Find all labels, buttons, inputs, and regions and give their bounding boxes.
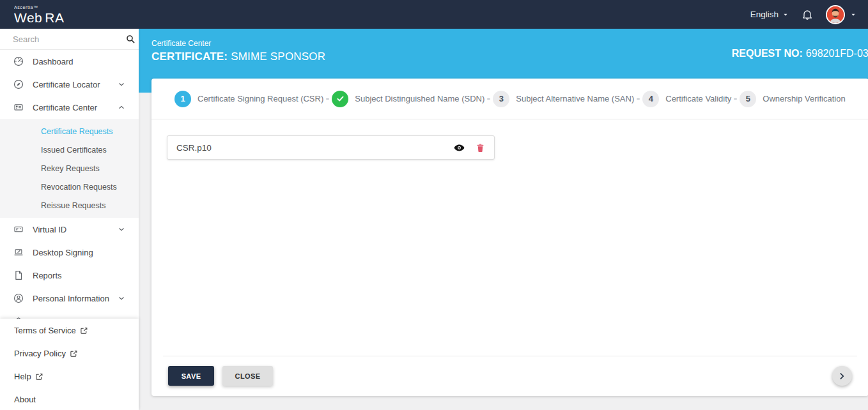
sidebar: Dashboard Certificate Locator Certificat… — [0, 29, 139, 410]
save-button[interactable]: SAVE — [168, 366, 214, 386]
sidebar-item-label: Certificate Center — [33, 103, 97, 112]
person-circle-icon — [13, 292, 24, 304]
step-5-number: 5 — [740, 91, 756, 107]
notifications-bell-icon[interactable] — [801, 8, 814, 21]
view-file-eye-icon[interactable] — [453, 142, 465, 154]
chevron-down-icon — [850, 11, 856, 18]
sidebar-item-desktop-signing[interactable]: Desktop Signing — [0, 241, 139, 264]
topbar: Ascertia™ WebRA English — [0, 0, 868, 29]
search-icon[interactable] — [125, 34, 136, 44]
step-4-number: 4 — [642, 91, 659, 107]
submenu-item-issued-certificates[interactable]: Issued Certificates — [0, 140, 139, 159]
link-privacy-policy[interactable]: Privacy Policy — [0, 342, 139, 365]
page-title-value: SMIME SPONSOR — [231, 50, 325, 63]
link-terms-of-service[interactable]: Terms of Service — [0, 319, 139, 342]
step-1-csr[interactable]: 1 Certificate Signing Request (CSR) — [174, 91, 323, 107]
sidebar-item-label: Desktop Signing — [33, 248, 93, 257]
external-link-icon — [80, 326, 88, 335]
csr-file-field: CSR.p10 — [167, 135, 495, 160]
id-card-icon — [13, 224, 24, 235]
step-separator — [637, 98, 640, 100]
sidebar-item-dashboard[interactable]: Dashboard — [0, 50, 139, 73]
sidebar-search — [0, 29, 139, 50]
chevron-up-icon — [117, 103, 126, 112]
wizard-card: 1 Certificate Signing Request (CSR) Subj… — [151, 79, 868, 396]
sidebar-item-reports[interactable]: Reports — [0, 264, 139, 287]
submenu-item-reissue-requests[interactable]: Reissue Requests — [0, 196, 139, 215]
sidebar-item-virtual-id[interactable]: Virtual ID — [0, 218, 139, 241]
chevron-down-icon — [117, 80, 126, 89]
user-menu[interactable] — [826, 5, 856, 24]
brand-ascertia: Ascertia™ — [14, 5, 65, 10]
sidebar-item-label: Personal Information — [33, 294, 109, 303]
link-about[interactable]: About — [0, 388, 139, 410]
sidebar-item-label: Reports — [33, 271, 62, 280]
sidebar-item-certificate-center[interactable]: Certificate Center — [0, 96, 139, 119]
sidebar-item-enterprise[interactable]: Enterprise — [0, 310, 139, 319]
chevron-right-icon — [837, 371, 847, 381]
request-number-label: REQUEST NO: — [732, 48, 803, 59]
delete-file-trash-icon[interactable] — [475, 142, 486, 153]
check-icon — [336, 94, 345, 103]
sidebar-nav: Dashboard Certificate Locator Certificat… — [0, 50, 139, 319]
chevron-down-icon — [117, 294, 126, 303]
step-4-label: Certificate Validity — [665, 94, 731, 103]
search-input[interactable] — [13, 34, 125, 44]
step-2-sdn[interactable]: Subject Distinguished Name (SDN) — [332, 91, 484, 107]
csr-step-body: CSR.p10 — [151, 119, 868, 176]
document-icon — [13, 270, 24, 281]
compass-icon — [13, 79, 24, 90]
chevron-down-icon — [782, 11, 789, 18]
step-3-label: Subject Alternative Name (SAN) — [516, 94, 634, 103]
certificate-center-submenu: Certificate Requests Issued Certificates… — [0, 119, 139, 218]
submenu-item-rekey-requests[interactable]: Rekey Requests — [0, 159, 139, 178]
wizard-footer: SAVE CLOSE — [163, 356, 857, 396]
next-step-button[interactable] — [832, 366, 852, 386]
step-1-number: 1 — [174, 91, 191, 107]
sidebar-item-label: Dashboard — [33, 57, 74, 66]
submenu-item-certificate-requests[interactable]: Certificate Requests — [0, 122, 139, 140]
wizard-stepper: 1 Certificate Signing Request (CSR) Subj… — [151, 79, 868, 119]
step-5-ownership[interactable]: 5 Ownership Verification — [740, 91, 845, 107]
step-1-label: Certificate Signing Request (CSR) — [198, 94, 323, 103]
brand-webra: WebRA — [14, 11, 65, 24]
sidebar-item-label: Virtual ID — [33, 225, 66, 234]
sidebar-item-personal-information[interactable]: Personal Information — [0, 287, 139, 310]
certificate-card-icon — [13, 102, 24, 113]
language-label: English — [750, 10, 779, 19]
submenu-item-revocation-requests[interactable]: Revocation Requests — [0, 178, 139, 196]
external-link-icon — [70, 349, 78, 358]
request-number: REQUEST NO:698201FD-03 — [732, 48, 868, 59]
page-title-prefix: CERTIFICATE: — [151, 50, 228, 63]
link-help[interactable]: Help — [0, 365, 139, 388]
step-4-validity[interactable]: 4 Certificate Validity — [642, 91, 731, 107]
step-2-check — [332, 91, 348, 107]
step-2-label: Subject Distinguished Name (SDN) — [355, 94, 484, 103]
step-separator — [487, 98, 490, 100]
close-button[interactable]: CLOSE — [222, 366, 273, 386]
sidebar-item-label: Certificate Locator — [33, 80, 100, 89]
step-3-san[interactable]: 3 Subject Alternative Name (SAN) — [493, 91, 634, 107]
sidebar-footer: Terms of Service Privacy Policy Help Abo… — [0, 319, 139, 410]
avatar — [826, 5, 845, 24]
app-logo[interactable]: Ascertia™ WebRA — [14, 5, 65, 24]
step-separator — [326, 98, 329, 100]
step-3-number: 3 — [493, 91, 509, 107]
language-selector[interactable]: English — [750, 10, 789, 19]
request-number-value: 698201FD-03 — [806, 48, 868, 59]
csr-file-name: CSR.p10 — [176, 143, 453, 153]
chevron-down-icon — [117, 225, 126, 234]
main-content: Certificate Center CERTIFICATE:SMIME SPO… — [139, 29, 868, 410]
step-5-label: Ownership Verification — [763, 94, 845, 103]
laptop-pen-icon — [13, 247, 24, 258]
external-link-icon — [35, 372, 43, 381]
breadcrumb: Certificate Center — [151, 39, 868, 48]
sidebar-item-certificate-locator[interactable]: Certificate Locator — [0, 73, 139, 96]
step-separator — [734, 98, 737, 100]
dashboard-icon — [13, 56, 24, 67]
